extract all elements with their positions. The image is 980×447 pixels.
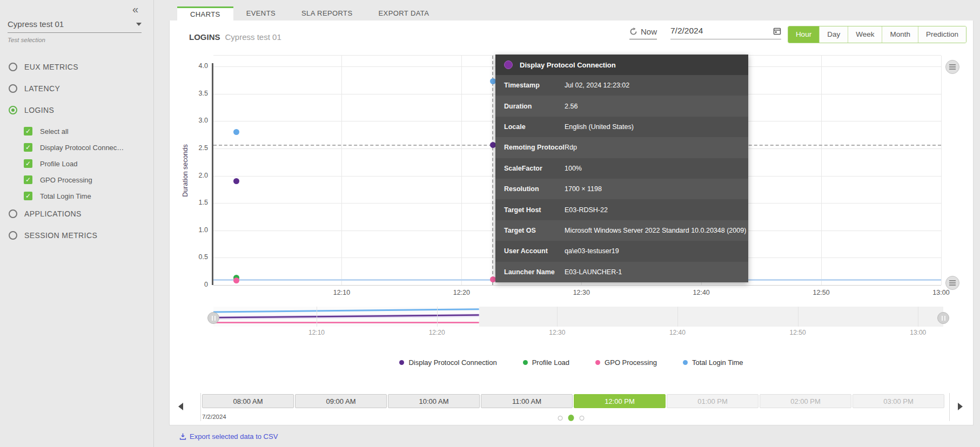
hour-slot-list: 08:00 AM09:00 AM10:00 AM11:00 AM12:00 PM… — [202, 394, 944, 408]
test-selection-caption: Test selection — [8, 37, 45, 43]
navigator-tick-label: 12:50 — [779, 329, 817, 336]
tooltip-row-label: Launcher Name — [504, 268, 565, 276]
hour-bar-date-label: 7/2/2024 — [202, 414, 226, 420]
tab-charts[interactable]: CHARTS — [177, 6, 233, 21]
prev-hours-arrow[interactable] — [178, 403, 183, 410]
category-list: EUX METRICSLATENCYLOGINS✓Select all✓Disp… — [9, 62, 149, 252]
legend-item-total-login-time[interactable]: Total Login Time — [683, 358, 743, 367]
tooltip-row-value: E03-LAUNCHER-1 — [565, 268, 748, 276]
legend-item-profile-load[interactable]: Profile Load — [523, 358, 569, 367]
radio-icon — [9, 231, 17, 240]
tooltip-row-value: E03-RDSH-22 — [565, 206, 748, 214]
sidebar-category-latency[interactable]: LATENCY — [9, 83, 149, 94]
navigator-tick-label: 12:10 — [298, 329, 335, 336]
export-csv-link[interactable]: Export selected data to CSV — [179, 432, 278, 441]
metric-checkbox-row[interactable]: ✓Total Login Time — [24, 191, 149, 201]
tooltip-rows: TimestampJul 02, 2024 12:23:02Duration2.… — [495, 75, 748, 282]
category-label: SESSION METRICS — [24, 231, 97, 240]
tooltip-row-value: Microsoft Windows Server 2022 Standard 1… — [565, 227, 749, 234]
metric-checkbox-row[interactable]: ✓Profile Load — [24, 159, 149, 168]
hour-slot-button[interactable]: 12:00 PM — [574, 394, 666, 408]
hour-slot-button[interactable]: 11:00 AM — [481, 394, 573, 408]
calendar-icon[interactable] — [773, 27, 781, 35]
hour-slot-button[interactable]: 09:00 AM — [295, 394, 387, 408]
radio-icon — [9, 84, 17, 93]
range-button-day[interactable]: Day — [819, 26, 848, 43]
next-hours-arrow[interactable] — [958, 403, 963, 410]
sidebar-category-applications[interactable]: APPLICATIONS — [9, 208, 149, 219]
now-label: Now — [641, 27, 657, 36]
chart-navigator[interactable] — [213, 307, 943, 327]
navigator-right-handle[interactable] — [937, 312, 949, 324]
date-picker-input[interactable]: 7/2/2024 — [670, 26, 781, 39]
data-point-total-login-time[interactable] — [233, 129, 239, 135]
tooltip-row: Remoting ProtocolRdp — [495, 137, 748, 158]
checkbox-icon: ✓ — [24, 143, 32, 152]
tooltip-row-value: Jul 02, 2024 12:23:02 — [565, 82, 748, 89]
sidebar-collapse-icon[interactable]: « — [132, 3, 138, 16]
point-tooltip: Display Protocol Connection TimestampJul… — [495, 55, 748, 282]
y-tick-label: 3.0 — [187, 117, 208, 124]
download-icon — [179, 433, 186, 440]
radio-icon — [9, 106, 17, 114]
hour-slot-button[interactable]: 08:00 AM — [202, 394, 294, 408]
tooltip-row: Resolution1700 × 1198 — [495, 179, 748, 199]
tab-events[interactable]: EVENTS — [233, 6, 288, 21]
date-value: 7/2/2024 — [670, 26, 703, 36]
tooltip-row-label: Target Host — [504, 206, 565, 214]
tooltip-row-label: Target OS — [504, 227, 565, 234]
data-point-gpo-processing[interactable] — [490, 276, 496, 282]
tooltip-row-label: Resolution — [504, 185, 565, 193]
page-dot[interactable] — [580, 416, 585, 421]
tooltip-row: TimestampJul 02, 2024 12:23:02 — [495, 75, 748, 96]
tab-export-data[interactable]: EXPORT DATA — [366, 6, 442, 21]
chart-legend: Display Protocol ConnectionProfile LoadG… — [170, 358, 973, 367]
y-tick-label: 2.5 — [187, 144, 208, 152]
hour-slot-button[interactable]: 03:00 PM — [853, 394, 944, 408]
tooltip-header: Display Protocol Connection — [495, 55, 748, 75]
page-dot[interactable] — [568, 415, 574, 421]
metric-label: Total Login Time — [40, 192, 91, 200]
y-zoom-handle-bottom[interactable] — [945, 276, 959, 290]
range-button-prediction[interactable]: Prediction — [918, 26, 966, 43]
sidebar-category-eux-metrics[interactable]: EUX METRICS — [9, 62, 149, 72]
chart-title-row: LOGINSCypress test 01 — [189, 32, 281, 42]
navigator-left-handle[interactable] — [207, 312, 219, 324]
range-button-hour[interactable]: Hour — [788, 26, 819, 43]
test-selection-dropdown[interactable]: Cypress test 01 — [8, 19, 142, 33]
x-gridline — [821, 56, 822, 285]
y-tick-label: 2.0 — [187, 172, 208, 179]
sidebar-category-logins[interactable]: LOGINS — [9, 105, 149, 116]
data-point-display-protocol-connection[interactable] — [490, 142, 496, 148]
legend-label: Total Login Time — [692, 358, 743, 367]
hour-pagination-dots — [558, 415, 585, 421]
data-point-gpo-processing[interactable] — [233, 277, 239, 283]
metric-checkbox-row[interactable]: ✓GPO Processing — [24, 175, 149, 185]
metric-checkbox-row[interactable]: ✓Display Protocol Connec… — [24, 143, 149, 152]
page-dot[interactable] — [558, 416, 563, 421]
range-button-week[interactable]: Week — [848, 26, 882, 43]
radio-icon — [9, 63, 17, 71]
hour-slot-button[interactable]: 01:00 PM — [667, 394, 759, 408]
tooltip-row: Target HostE03-RDSH-22 — [495, 199, 748, 220]
tooltip-row-label: Timestamp — [504, 82, 565, 89]
tab-bar: CHARTSEVENTSSLA REPORTSEXPORT DATA — [177, 6, 442, 21]
metric-checkbox-row[interactable]: ✓Select all — [24, 126, 149, 136]
range-button-month[interactable]: Month — [882, 26, 918, 43]
legend-item-display-protocol-connection[interactable]: Display Protocol Connection — [399, 358, 496, 367]
y-zoom-handle-top[interactable] — [945, 60, 959, 74]
y-gridline — [213, 285, 941, 286]
navigator-gridline — [437, 307, 438, 327]
sidebar-category-session-metrics[interactable]: SESSION METRICS — [9, 230, 149, 241]
navigator-tick-label: 12:20 — [418, 329, 456, 336]
hour-slot-button[interactable]: 10:00 AM — [388, 394, 480, 408]
data-point-total-login-time[interactable] — [490, 78, 496, 84]
now-refresh-button[interactable]: Now — [629, 27, 657, 39]
category-label: LOGINS — [24, 106, 54, 114]
crosshair-vertical — [492, 56, 493, 285]
tab-sla-reports[interactable]: SLA REPORTS — [288, 6, 365, 21]
hour-slot-button[interactable]: 02:00 PM — [760, 394, 851, 408]
x-gridline — [941, 56, 942, 285]
legend-item-gpo-processing[interactable]: GPO Processing — [595, 358, 657, 367]
data-point-display-protocol-connection[interactable] — [233, 178, 239, 184]
